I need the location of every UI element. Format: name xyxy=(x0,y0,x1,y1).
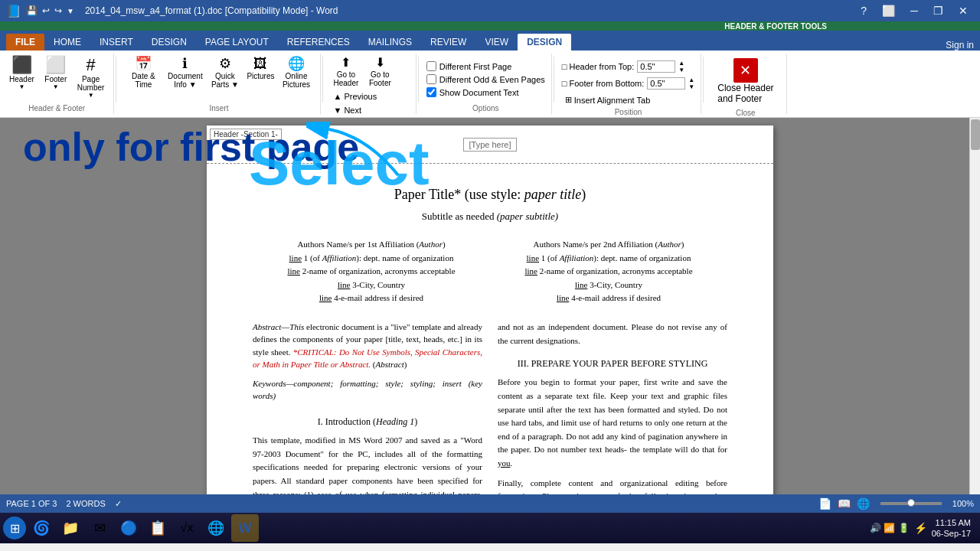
page-number-dropdown[interactable]: ▼ xyxy=(88,92,94,99)
quick-parts-btn[interactable]: ⚙ QuickParts ▼ xyxy=(207,55,242,90)
header-from-top-spinner[interactable]: ▲▼ xyxy=(678,60,684,73)
minimize-btn[interactable]: ─ xyxy=(904,3,924,18)
help-icon[interactable]: ? xyxy=(854,3,873,18)
different-first-page-checkbox[interactable] xyxy=(426,61,436,71)
document-info-btn[interactable]: ℹ DocumentInfo ▼ xyxy=(164,55,206,90)
author2-line2: line 2-name of organization, acronyms ac… xyxy=(524,265,692,279)
header-btn[interactable]: ⬛ Header ▼ xyxy=(6,55,38,92)
taskbar-ie[interactable]: 🌀 xyxy=(28,514,55,542)
taskbar-folder[interactable]: 📁 xyxy=(57,514,84,542)
system-tray: 🔊 📶 🔋 ⚡ 11:15 AM 06-Sep-17 xyxy=(864,517,977,540)
author1-line1: line 1 (of Affiliation): dept. name of o… xyxy=(287,252,455,266)
author1-line2: line 2-name of organization, acronyms ac… xyxy=(287,265,455,279)
read-mode-icon[interactable]: 📖 xyxy=(838,497,851,510)
tab-page-layout[interactable]: PAGE LAYOUT xyxy=(196,34,278,51)
tab-review[interactable]: REVIEW xyxy=(421,34,475,51)
taskbar-chrome[interactable]: 🌐 xyxy=(202,514,230,542)
scrollbar-thumb[interactable] xyxy=(971,119,980,150)
restore-btn[interactable]: ❐ xyxy=(927,3,949,18)
author2-line4: line 4-e-mail address if desired xyxy=(524,292,692,305)
footer-from-bottom-spinner[interactable]: ▲▼ xyxy=(688,77,694,90)
tab-file[interactable]: FILE xyxy=(6,34,44,51)
date-time-btn[interactable]: 📅 Date &Time xyxy=(124,55,162,90)
ribbon-tabs: FILE HOME INSERT DESIGN PAGE LAYOUT REFE… xyxy=(0,31,980,51)
tab-insert[interactable]: INSERT xyxy=(90,34,142,51)
online-pictures-icon: 🌐 xyxy=(288,57,305,70)
web-layout-icon[interactable]: 🌐 xyxy=(857,497,870,510)
footer-dropdown[interactable]: ▼ xyxy=(53,83,59,90)
header-dropdown[interactable]: ▼ xyxy=(18,83,24,90)
go-to-header-btn[interactable]: ⬆ Go toHeader xyxy=(331,55,362,89)
header-from-top-label: □ Header from Top: xyxy=(562,62,634,71)
keywords-text: Keywords—component; formatting; style; s… xyxy=(253,377,482,403)
author2-block: Authors Name/s per 2nd Affiliation (Auth… xyxy=(524,238,692,305)
tab-design[interactable]: DESIGN xyxy=(142,34,196,51)
tab-design-hf[interactable]: DESIGN xyxy=(518,34,571,51)
status-bar: PAGE 1 OF 3 2 WORDS ✓ 📄 📖 🌐 100% xyxy=(0,494,980,513)
tab-home[interactable]: HOME xyxy=(44,34,90,51)
close-header-footer-btn[interactable]: ✕ Close Headerand Footer xyxy=(711,55,779,107)
close-btn[interactable]: ✕ xyxy=(952,3,974,18)
taskbar-email[interactable]: ✉ xyxy=(86,514,113,542)
proofing-icon[interactable]: ✓ xyxy=(115,499,122,509)
author1-line3: line 3-City, Country xyxy=(287,279,455,292)
qat-more[interactable]: ▼ xyxy=(67,7,74,15)
different-odd-even-checkbox[interactable] xyxy=(426,74,436,84)
author2-line3: line 3-City, Country xyxy=(524,279,692,292)
show-doc-text-check[interactable]: Show Document Text xyxy=(426,87,519,97)
sep2 xyxy=(322,57,323,103)
qat-undo[interactable]: ↩ xyxy=(42,5,50,16)
page-content: Paper Title* (use style: paper title) Su… xyxy=(207,164,773,494)
print-layout-icon[interactable]: 📄 xyxy=(818,497,831,510)
author1-block: Authors Name/s per 1st Affiliation (Auth… xyxy=(287,238,455,305)
vertical-scrollbar[interactable] xyxy=(969,118,980,494)
start-btn[interactable]: ⊞ xyxy=(3,517,26,540)
show-doc-text-checkbox[interactable] xyxy=(426,87,436,97)
page-number-btn[interactable]: # PageNumber ▼ xyxy=(74,55,108,100)
qat-redo[interactable]: ↪ xyxy=(54,5,62,16)
options-group-label: Options xyxy=(472,103,498,112)
title-bar-left: 📘 💾 ↩ ↪ ▼ 2014_04_msw_a4_format (1).doc … xyxy=(6,4,338,18)
zoom-slider[interactable] xyxy=(880,502,942,505)
ribbon-group-position: □ Header from Top: ▲▼ □ Footer from Bott… xyxy=(556,54,701,114)
signin-btn[interactable]: Sign in xyxy=(946,40,974,51)
taskbar-network[interactable]: 🔵 xyxy=(115,514,142,542)
word-count: 2 WORDS xyxy=(66,499,105,508)
tab-mailings[interactable]: MAILINGS xyxy=(359,34,421,51)
abstract-text: Abstract—This electronic document is a "… xyxy=(253,321,482,371)
previous-btn[interactable]: ▲ Previous xyxy=(331,90,381,103)
different-first-page-check[interactable]: Different First Page xyxy=(426,61,512,71)
next-btn[interactable]: ▼ Next xyxy=(331,104,365,116)
different-odd-even-check[interactable]: Different Odd & Even Pages xyxy=(426,74,545,84)
taskbar-notepad[interactable]: 📋 xyxy=(144,514,172,542)
title-bar-right: ? ⬜ ─ ❐ ✕ xyxy=(854,3,974,18)
zoom-slider-thumb[interactable] xyxy=(907,499,915,507)
taskbar-word[interactable]: W xyxy=(231,514,259,542)
zoom-level[interactable]: 100% xyxy=(952,499,974,508)
insert-alignment-tab-btn[interactable]: ⊞ Insert Alignment Tab xyxy=(562,93,653,106)
tab-view[interactable]: VIEW xyxy=(475,34,518,51)
header-from-top-input[interactable] xyxy=(637,60,675,73)
ribbon-display-icon[interactable]: ⬜ xyxy=(876,3,901,18)
page-header-zone[interactable]: Header -Section 1- [Type here] xyxy=(207,126,773,164)
page-number-icon: # xyxy=(86,57,95,73)
paper-subtitle: Subtitle as needed (paper subtitle) xyxy=(253,210,727,223)
pictures-btn[interactable]: 🖼 Pictures xyxy=(243,55,277,82)
footer-btn[interactable]: ⬜ Footer ▼ xyxy=(41,55,71,92)
title-bar: 📘 💾 ↩ ↪ ▼ 2014_04_msw_a4_format (1).doc … xyxy=(0,0,980,21)
document-info-icon: ℹ xyxy=(182,57,188,70)
footer-from-bottom-input[interactable] xyxy=(647,77,685,90)
author1-line4: line 4-e-mail address if desired xyxy=(287,292,455,305)
qat-save[interactable]: 💾 xyxy=(26,5,38,16)
go-to-footer-btn[interactable]: ⬇ Go toFooter xyxy=(364,55,395,89)
type-here-placeholder[interactable]: [Type here] xyxy=(463,138,516,152)
status-right: 📄 📖 🌐 100% xyxy=(818,497,974,510)
sep4 xyxy=(554,57,554,103)
online-pictures-btn[interactable]: 🌐 OnlinePictures xyxy=(279,55,314,90)
windows-logo: ⊞ xyxy=(10,521,20,536)
tray-icons: 🔊 📶 🔋 xyxy=(870,523,910,533)
taskbar-mathtype[interactable]: √x xyxy=(173,514,201,542)
title-text: 2014_04_msw_a4_format (1).doc [Compatibi… xyxy=(85,5,338,16)
show-desktop[interactable]: ⚡ xyxy=(914,522,927,534)
tab-references[interactable]: REFERENCES xyxy=(278,34,359,51)
